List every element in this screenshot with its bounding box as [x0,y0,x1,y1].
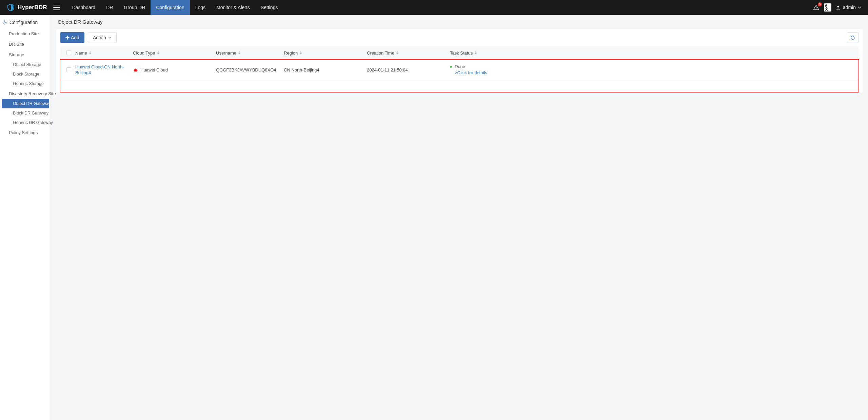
sidebar-item-block-dr-gateway[interactable]: Block DR Gateway [0,108,51,118]
add-button[interactable]: Add [60,32,84,43]
refresh-icon [850,35,855,40]
action-button-label: Action [93,35,106,40]
row-name-link[interactable]: Huawei Cloud-CN North-Beijing4 [75,64,124,76]
column-task-status-label: Task Status [450,50,473,56]
row-region: CN North-Beijing4 [284,67,367,72]
sidebar-item-object-storage[interactable]: Object Storage [0,60,51,69]
table-header: Name Cloud Type Username Region Creation… [60,46,859,59]
sidebar-item-storage[interactable]: Storage [0,49,51,60]
nav-settings[interactable]: Settings [255,0,283,15]
row-cloud-type: Huawei Cloud [133,67,216,72]
sidebar-item-dr-site-group[interactable]: Disastery Recovery Site [0,88,51,99]
logo[interactable]: HyperBDR [7,3,47,12]
status-details-link[interactable]: >Click for details [455,70,487,76]
column-creation-time-label: Creation Time [367,50,394,56]
chevron-down-icon [108,36,112,39]
sort-icon [89,51,91,55]
add-button-label: Add [71,35,79,40]
column-region-label: Region [284,50,298,56]
row-cloud-type-label: Huawei Cloud [140,67,168,72]
sort-icon [396,51,398,55]
alerts-icon[interactable]: 0 [812,4,820,11]
nav-configuration[interactable]: Configuration [151,0,190,15]
status-dot-icon [450,66,452,68]
logo-text: HyperBDR [18,4,47,11]
row-checkbox[interactable] [62,67,75,72]
sidebar-item-block-storage[interactable]: Block Storage [0,69,51,79]
refresh-button[interactable] [847,32,859,43]
sidebar-item-object-dr-gateway[interactable]: Object DR Gateway [2,99,49,108]
main-content: Object DR Gateway Add Action [51,15,868,420]
row-task-status: Done >Click for details [450,64,856,76]
page-title: Object DR Gateway [56,19,863,25]
svg-point-3 [4,22,5,23]
sort-icon [300,51,302,55]
hamburger-icon[interactable] [53,5,60,10]
user-icon [835,5,841,10]
sidebar-item-generic-storage[interactable]: Generic Storage [0,79,51,88]
user-name: admin [843,5,856,10]
nav-dashboard[interactable]: Dashboard [67,0,101,15]
language-badge: A文 [824,3,831,12]
gear-icon [2,20,7,25]
nav-group-dr[interactable]: Group DR [118,0,151,15]
status-text: Done [455,64,487,70]
gateway-table: Name Cloud Type Username Region Creation… [60,46,859,92]
sort-icon [157,51,159,55]
column-name-label: Name [75,50,87,56]
column-name[interactable]: Name [75,50,133,56]
sort-icon [475,51,477,55]
shield-logo-icon [7,3,15,12]
row-creation-time: 2024-01-11 21:50:04 [367,67,450,72]
sidebar-item-generic-dr-gateway[interactable]: Generic DR Gateway [0,118,51,127]
plus-icon [65,36,70,40]
alerts-badge: 0 [818,2,822,6]
sidebar-section-title: Configuration [0,16,51,28]
table-row[interactable]: Huawei Cloud-CN North-Beijing4 Huawei Cl… [60,60,859,80]
sidebar-item-dr-site[interactable]: DR Site [0,39,51,49]
column-username-label: Username [216,50,236,56]
user-menu[interactable]: admin [835,5,861,10]
table-body-highlighted: Huawei Cloud-CN North-Beijing4 Huawei Cl… [60,59,859,92]
row-username: QGGF3BKJAVWYBDUQ8XO4 [216,67,284,72]
column-username[interactable]: Username [216,50,284,56]
nav-dr[interactable]: DR [101,0,118,15]
column-cloud-type-label: Cloud Type [133,50,155,56]
column-region[interactable]: Region [284,50,367,56]
column-task-status[interactable]: Task Status [450,50,856,56]
svg-point-1 [816,8,816,9]
sort-icon [238,51,240,55]
sidebar: Configuration Production Site DR Site St… [0,15,51,420]
language-switch[interactable]: A文 [824,4,831,11]
column-creation-time[interactable]: Creation Time [367,50,450,56]
toolbar: Add Action [60,32,859,43]
sidebar-title-label: Configuration [9,20,38,25]
select-all-checkbox[interactable] [62,50,75,55]
nav-monitor-alerts[interactable]: Monitor & Alerts [211,0,255,15]
content-panel: Add Action [56,29,863,92]
sidebar-item-policy-settings[interactable]: Policy Settings [0,127,51,138]
nav-logs[interactable]: Logs [190,0,211,15]
top-nav: Dashboard DR Group DR Configuration Logs… [67,0,283,15]
topbar-right: 0 A文 admin [812,4,861,11]
svg-point-2 [837,6,839,7]
chevron-down-icon [858,6,861,9]
topbar: HyperBDR Dashboard DR Group DR Configura… [0,0,868,15]
huawei-cloud-icon [133,67,138,72]
sidebar-item-production-site[interactable]: Production Site [0,28,51,39]
column-cloud-type[interactable]: Cloud Type [133,50,216,56]
action-dropdown[interactable]: Action [88,32,117,43]
